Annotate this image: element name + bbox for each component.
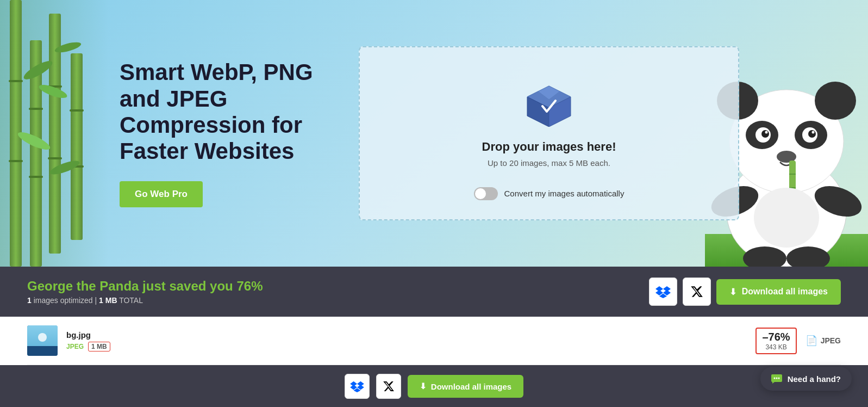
drop-zone-wrapper: Drop your images here! Up to 20 images, … (359, 46, 739, 220)
bottom-x-icon (383, 380, 395, 392)
bottom-download-label: Download all images (431, 382, 511, 391)
drop-zone[interactable]: Drop your images here! Up to 20 images, … (359, 46, 739, 220)
hero-section: Smart WebP, PNG and JPEG Compression for… (0, 0, 868, 267)
images-label: images optimized | (34, 296, 99, 305)
reduction-size: 343 KB (762, 343, 790, 351)
download-all-button[interactable]: ⬇ Download all images (716, 279, 841, 305)
svg-point-27 (38, 333, 47, 342)
savings-subtitle: 1 images optimized | 1 MB TOTAL (27, 296, 263, 305)
bottom-dropbox-icon (350, 380, 364, 392)
bottom-x-button[interactable] (376, 374, 401, 399)
bottom-download-all-button[interactable]: ⬇ Download all images (408, 375, 523, 398)
svg-point-28 (773, 378, 775, 379)
chat-icon (771, 373, 782, 384)
hero-content: Smart WebP, PNG and JPEG Compression for… (0, 46, 868, 220)
hero-title: Smart WebP, PNG and JPEG Compression for… (120, 59, 326, 164)
results-bar: George the Panda just saved you 76% 1 im… (0, 267, 868, 317)
box-icon (522, 78, 576, 127)
go-pro-button[interactable]: Go Web Pro (120, 181, 203, 207)
dropbox-share-button[interactable] (649, 278, 677, 306)
convert-toggle-row: Convert my images automatically (469, 187, 630, 200)
file-name: bg.jpg (66, 330, 747, 340)
file-info: bg.jpg JPEG 1 MB (66, 330, 747, 351)
hero-text: Smart WebP, PNG and JPEG Compression for… (120, 59, 326, 207)
file-thumbnail (27, 325, 58, 356)
results-actions: ⬇ Download all images (649, 278, 841, 306)
convert-toggle[interactable] (474, 187, 498, 200)
total-label: TOTAL (119, 296, 143, 305)
reduction-pct: –76% (762, 331, 790, 343)
file-size-badge: 1 MB (88, 342, 110, 351)
svg-rect-26 (27, 346, 58, 356)
output-type: 📄 JPEG (805, 335, 841, 347)
download-icon: ⬇ (729, 287, 736, 297)
x-icon (690, 285, 703, 298)
results-left: George the Panda just saved you 76% 1 im… (27, 279, 263, 305)
output-type-label: JPEG (821, 336, 841, 345)
bottom-bar: ⬇ Download all images (0, 365, 868, 407)
help-bubble[interactable]: Need a hand? (760, 367, 852, 391)
thumbnail-image (27, 325, 58, 356)
savings-title: George the Panda just saved you 76% (27, 279, 263, 294)
file-download-icon: 📄 (805, 335, 817, 347)
file-right: –76% 343 KB 📄 JPEG (755, 328, 841, 354)
svg-point-30 (778, 378, 779, 379)
file-list: bg.jpg JPEG 1 MB –76% 343 KB 📄 JPEG (0, 317, 868, 365)
reduction-badge: –76% 343 KB (755, 328, 796, 354)
help-label: Need a hand? (788, 374, 841, 384)
table-row: bg.jpg JPEG 1 MB –76% 343 KB 📄 JPEG (27, 317, 841, 365)
bottom-dropbox-button[interactable] (345, 374, 370, 399)
bottom-download-icon: ⬇ (420, 381, 427, 391)
dropbox-icon (655, 285, 671, 298)
file-type-badge: JPEG (66, 343, 84, 350)
drop-subtitle: Up to 20 images, max 5 MB each. (488, 158, 610, 168)
file-meta: JPEG 1 MB (66, 342, 747, 351)
download-all-label: Download all images (742, 287, 828, 297)
convert-label: Convert my images automatically (504, 189, 625, 198)
drop-title: Drop your images here! (482, 140, 616, 154)
svg-point-29 (776, 378, 777, 379)
x-share-button[interactable] (683, 278, 711, 306)
images-count: 1 (27, 296, 32, 305)
total-size: 1 MB (99, 296, 117, 305)
